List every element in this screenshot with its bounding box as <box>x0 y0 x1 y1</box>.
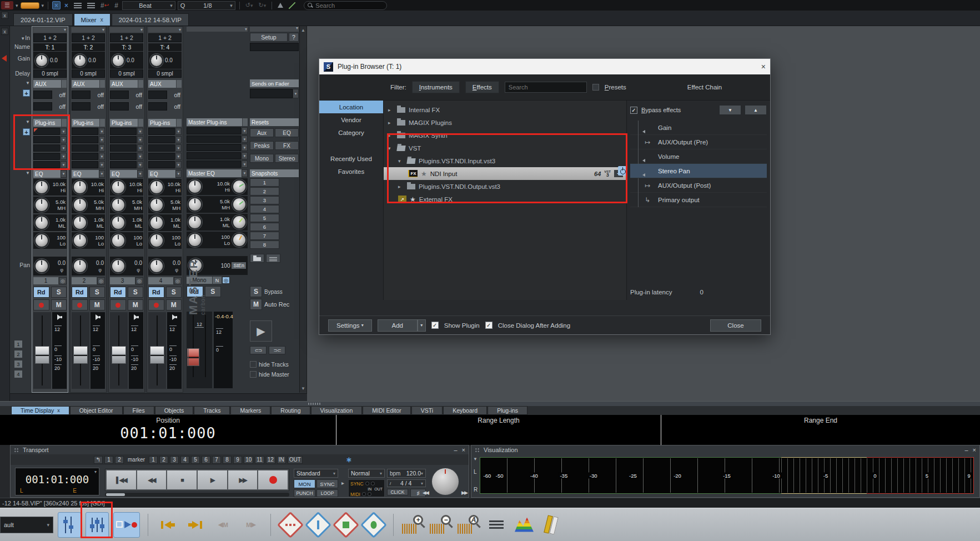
master-plugin-slot[interactable] <box>187 152 241 159</box>
object-color-icon[interactable] <box>21 2 39 9</box>
track-lines-icon[interactable] <box>485 512 508 538</box>
eq-section-header[interactable]: EQ▾ <box>72 170 105 178</box>
gain-knob[interactable] <box>35 54 48 67</box>
record-button[interactable] <box>148 299 164 310</box>
punch-button[interactable]: PUNCH <box>294 489 315 497</box>
tree-item-ndi-input[interactable]: FX ★ NDI Input 64 VST3 + <box>384 167 626 180</box>
favorite-star-icon[interactable]: ★ <box>421 170 427 178</box>
eq-hi-knob[interactable] <box>73 180 87 194</box>
channel-options-button[interactable]: ▾ <box>148 27 182 32</box>
aux-section-header[interactable]: AUX <box>110 80 143 88</box>
reset-aux-button[interactable]: Aux <box>250 128 274 137</box>
plugin-slot[interactable] <box>72 128 98 135</box>
presets-checkbox[interactable] <box>592 84 599 91</box>
scroll-down-icon[interactable]: ▼ <box>300 386 306 391</box>
aux-add-button[interactable]: + <box>23 89 30 97</box>
pan-knob[interactable] <box>73 259 87 273</box>
object-mode-icon[interactable] <box>72 1 83 9</box>
marker-button[interactable]: 11 <box>255 456 264 464</box>
search-input[interactable] <box>315 2 383 9</box>
plugin-slot-dropdown[interactable]: ▾ <box>61 128 67 135</box>
preset-select[interactable]: ault ▾ <box>0 517 53 533</box>
docker-tab[interactable]: Plug-ins <box>488 406 527 415</box>
eq-ml-knob[interactable] <box>34 216 49 230</box>
move-up-button[interactable]: ▲ <box>745 105 767 115</box>
pan-knob[interactable] <box>111 259 125 273</box>
bank-number-button[interactable]: 4 <box>14 370 22 378</box>
power-icon[interactable] <box>618 166 627 176</box>
project-tab[interactable]: Mixer x <box>74 13 110 26</box>
link-channels-button[interactable]: ⊂⊃ <box>250 346 267 354</box>
chevron-down-icon[interactable]: ▾ <box>388 146 394 151</box>
reset-mono-button[interactable]: Mono <box>250 154 274 163</box>
plugin-slot-dropdown[interactable]: ▾ <box>61 144 67 152</box>
sends-dropdown[interactable]: ▾ <box>293 89 299 98</box>
marker-button[interactable]: 10 <box>244 456 253 464</box>
crossfade-editor-icon[interactable] <box>287 1 297 9</box>
reset-eq-button[interactable]: EQ <box>275 128 299 137</box>
volume-fader[interactable] <box>72 312 89 389</box>
master-eq-lo-gain-knob[interactable] <box>232 233 247 247</box>
draw-tools-icon[interactable] <box>540 512 564 538</box>
docker-tab[interactable]: VSTi <box>411 406 443 415</box>
stereo-enhance-button[interactable]: StEn <box>232 262 246 269</box>
close-dialog-checkbox[interactable]: ✓ <box>485 322 492 329</box>
solo-button[interactable]: S <box>166 287 182 298</box>
snapshot-button[interactable]: 1 <box>250 178 279 187</box>
plugins-section-header[interactable]: Plug-ins <box>148 119 182 127</box>
plugin-slot-dropdown[interactable]: ▾ <box>137 161 143 168</box>
range-in-icon[interactable] <box>306 512 330 538</box>
grid-icon[interactable]: # <box>113 1 120 9</box>
master-n-button[interactable]: N <box>213 277 222 284</box>
close-dialog-label[interactable]: Close Dialog After Adding <box>498 322 570 329</box>
plugin-slot[interactable] <box>148 128 175 135</box>
marker-return-button[interactable]: ↰ <box>94 456 103 464</box>
eq-hi-knob[interactable] <box>149 180 164 194</box>
master-link-target-icon[interactable]: ◎ <box>222 277 230 284</box>
plugin-slot-dropdown[interactable]: ▾ <box>99 128 105 135</box>
aux-send-value[interactable]: off <box>136 103 143 110</box>
plugin-slot[interactable] <box>33 161 60 168</box>
bpm-select[interactable]: bpm 120.0 ▾ <box>387 469 426 478</box>
chain-item-aux-post[interactable]: ↦AUX/Output (Post) <box>630 178 767 193</box>
spectrum-view-icon[interactable] <box>512 512 536 538</box>
record-button[interactable] <box>110 299 126 310</box>
plugin-slot-dropdown[interactable]: ▾ <box>242 152 248 159</box>
mute-button[interactable]: M <box>51 299 67 310</box>
phase-button[interactable]: φ <box>96 267 104 273</box>
time-signature-select[interactable]: / 4 / 4 ▾ <box>387 479 426 487</box>
speaker-icon[interactable] <box>133 314 139 320</box>
help-button[interactable]: ? <box>289 33 299 42</box>
marker-button[interactable]: 6 <box>202 456 210 464</box>
dock-resize-handle[interactable] <box>0 401 980 406</box>
auto-crossfade-icon[interactable]: #↩ <box>99 1 110 9</box>
autohide-arrow-icon[interactable] <box>2 55 7 62</box>
aux-send-slot[interactable] <box>72 91 91 99</box>
bypass-label[interactable]: Bypass <box>264 289 283 295</box>
scroll-up-icon[interactable]: ▲ <box>300 28 306 33</box>
record-button[interactable] <box>72 299 88 310</box>
docker-tab[interactable]: Object Editor <box>70 406 123 415</box>
phase-button[interactable]: φ <box>134 267 142 273</box>
eq-ml-knob[interactable] <box>149 216 164 230</box>
marker-button[interactable]: 5 <box>191 456 200 464</box>
panel-close-icon[interactable]: x <box>1 12 8 19</box>
chevron-right-icon[interactable]: ▸ <box>398 184 404 189</box>
mixer-settings-icon[interactable] <box>86 512 109 538</box>
record-button[interactable] <box>258 470 288 489</box>
click-button[interactable]: CLICK <box>387 489 408 495</box>
aux-section-header[interactable]: AUX <box>148 80 182 88</box>
record-mode-select[interactable]: Standard ▾ <box>294 469 338 478</box>
chevron-right-icon[interactable]: ▸ <box>388 107 394 113</box>
plugin-slot[interactable] <box>148 161 175 168</box>
chain-item-volume[interactable]: Volume <box>630 149 767 164</box>
close-icon[interactable]: x <box>1 28 8 35</box>
sync-button[interactable]: SYNC <box>316 479 338 488</box>
plugin-add-button[interactable]: + <box>23 128 30 136</box>
plugin-slot[interactable] <box>148 144 175 152</box>
plugin-slot-dropdown[interactable]: ▾ <box>99 153 105 160</box>
plugins-expand-button[interactable] <box>61 119 67 127</box>
channel-name[interactable]: T: 4 <box>148 43 182 51</box>
docker-tab[interactable]: MIDI Editor <box>363 406 411 415</box>
plugin-slot[interactable] <box>33 136 60 143</box>
